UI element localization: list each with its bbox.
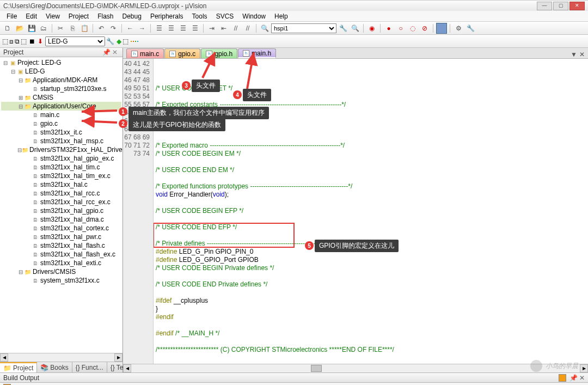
panel-pin-icon[interactable]: 📌 ✕	[101, 48, 119, 56]
tree-item[interactable]: 🗎stm32f1xx_it.c	[1, 128, 121, 137]
options-button[interactable]: 🔧	[465, 23, 476, 34]
menu-svcs[interactable]: SVCS	[212, 13, 238, 20]
build-button[interactable]: ⧈	[9, 38, 14, 45]
menu-help[interactable]: Help	[270, 13, 292, 20]
tree-item[interactable]: ⊟📁Application/User/Core	[1, 102, 121, 111]
breakpoint-enable[interactable]: ○	[395, 23, 406, 34]
sidebar-tab-books[interactable]: 📚Books	[37, 362, 72, 372]
breakpoint-disable[interactable]: ◌	[407, 23, 418, 34]
cut-button[interactable]: ✂	[55, 23, 66, 34]
back-button[interactable]: ←	[125, 23, 136, 34]
menu-view[interactable]: View	[41, 13, 64, 20]
tree-item[interactable]: 🗎stm32f1xx_hal_flash.c	[1, 241, 121, 250]
configure-button[interactable]: ⚙	[453, 23, 464, 34]
ehscroll-right[interactable]: ▶	[580, 364, 588, 372]
menu-peripherals[interactable]: Peripherals	[146, 13, 188, 20]
close-button[interactable]: ✕	[569, 2, 585, 10]
find-combo[interactable]: hspi1	[271, 23, 336, 33]
tb-yellow-1[interactable]	[131, 41, 132, 42]
sidebar-hscroll[interactable]: ◀ ▶	[0, 353, 122, 362]
project-tree[interactable]: ⊟▣Project: LED-G⊟▣LED-G⊟📁Application/MDK…	[0, 57, 122, 353]
tree-item[interactable]: 🗎stm32f1xx_hal_tim_ex.c	[1, 172, 121, 180]
ehscroll-left[interactable]: ◀	[123, 364, 131, 372]
uncomment-button[interactable]: //	[242, 23, 253, 34]
menu-debug[interactable]: Debug	[118, 13, 146, 20]
save-button[interactable]: 💾	[26, 23, 37, 34]
editor-hscroll[interactable]: ◀ ▶	[123, 364, 588, 372]
tree-item[interactable]: ⊞📁CMSIS	[1, 93, 121, 102]
incremental-find-button[interactable]: 🔍	[350, 23, 360, 34]
outdent-button[interactable]: ⇤	[218, 23, 229, 34]
tree-item[interactable]: ⊟📁Application/MDK-ARM	[1, 76, 121, 84]
tree-item[interactable]: 🗎stm32f1xx_hal_cortex.c	[1, 224, 121, 233]
tree-item[interactable]: 🗎stm32f1xx_hal_rcc_ex.c	[1, 198, 121, 206]
tree-item[interactable]: 🗎stm32f1xx_hal_rcc.c	[1, 189, 121, 198]
tree-item[interactable]: 🗎stm32f1xx_hal_flash_ex.c	[1, 250, 121, 259]
sidebar-tab-project[interactable]: 📁Project	[0, 362, 37, 372]
build-output-warning-icon[interactable]	[559, 374, 566, 382]
saveall-button[interactable]: 🗂	[38, 23, 49, 34]
tb-green-1[interactable]	[135, 41, 136, 42]
code-editor[interactable]: 40 41 42 43 44 45 46 47 48 49 50 51 52 5…	[123, 59, 588, 364]
menu-flash[interactable]: Flash	[93, 13, 118, 20]
hscroll-right[interactable]: ▶	[114, 353, 122, 362]
tree-item[interactable]: ⊟▣LED-G	[1, 67, 121, 76]
indent-button[interactable]: ⇥	[206, 23, 217, 34]
manage-rtenv-button[interactable]: ◆	[117, 38, 121, 45]
rebuild-button[interactable]: ⧉	[15, 38, 20, 45]
tree-item[interactable]: 🗎stm32f1xx_hal_pwr.c	[1, 233, 121, 241]
comment-button[interactable]: //	[230, 23, 241, 34]
bookmark-next-button[interactable]: ☰	[177, 23, 188, 34]
translate-button[interactable]: ⬚	[2, 38, 8, 45]
redo-button[interactable]: ↷	[108, 23, 119, 34]
tb-orange-1[interactable]	[133, 41, 134, 42]
tree-item[interactable]: 🗎gpio.c	[1, 119, 121, 128]
editor-tab-gpio-h[interactable]: hgpio.h	[201, 48, 237, 58]
target-options-button[interactable]: 🔧	[106, 38, 114, 45]
copy-button[interactable]: ⎘	[67, 23, 78, 34]
bookmark-prev-button[interactable]: ☰	[166, 23, 176, 34]
tree-item[interactable]: 🗎system_stm32f1xx.c	[1, 276, 121, 285]
find-button[interactable]: 🔧	[338, 23, 348, 34]
menu-edit[interactable]: Edit	[21, 13, 41, 20]
menu-tools[interactable]: Tools	[188, 13, 212, 20]
stop-build-button[interactable]: ⏹	[29, 38, 35, 45]
editor-tab-gpio-c[interactable]: hgpio.c	[164, 48, 200, 58]
tree-item[interactable]: 🗎stm32f1xx_hal_msp.c	[1, 137, 121, 145]
tree-item[interactable]: 🗎stm32f1xx_hal_exti.c	[1, 259, 121, 267]
find-in-files-button[interactable]: 🔍	[259, 23, 270, 34]
manage-proj-button[interactable]: ⬚	[122, 38, 128, 45]
maximize-button[interactable]: ▢	[553, 2, 568, 10]
tb-cyan-1[interactable]	[137, 41, 138, 42]
editor-tab-main-c[interactable]: hmain.c	[126, 48, 164, 58]
menu-window[interactable]: Window	[238, 13, 270, 20]
tree-item[interactable]: ⊟📁Drivers/STM32F1xx_HAL_Driver	[1, 145, 121, 154]
hscroll-left[interactable]: ◀	[0, 353, 8, 362]
menu-project[interactable]: Project	[64, 13, 93, 20]
tab-dropdown[interactable]: ▼	[571, 51, 577, 58]
download-button[interactable]: ⬇	[38, 38, 43, 45]
tree-item[interactable]: 🗎stm32f1xx_hal_dma.c	[1, 215, 121, 224]
tree-item[interactable]: 🗎stm32f1xx_hal_gpio_ex.c	[1, 154, 121, 163]
window-toggle[interactable]	[436, 23, 447, 34]
sidebar-tab-funct[interactable]: {}Funct...	[72, 362, 107, 372]
forward-button[interactable]: →	[137, 23, 148, 34]
minimize-button[interactable]: —	[537, 2, 552, 10]
open-button[interactable]: 📂	[14, 23, 25, 34]
debug-button[interactable]: ◉	[366, 23, 377, 34]
breakpoint-kill[interactable]: ⊘	[419, 23, 430, 34]
build-output-pin-icon[interactable]: 📌 ✕	[569, 374, 585, 382]
tree-item[interactable]: ⊟📁Drivers/CMSIS	[1, 267, 121, 276]
paste-button[interactable]: 📋	[79, 23, 90, 34]
bookmark-clear-button[interactable]: ☰	[189, 23, 200, 34]
tree-item[interactable]: 🗎stm32f1xx_hal_gpio.c	[1, 206, 121, 215]
tree-item[interactable]: 🗎main.c	[1, 111, 121, 119]
batch-build-button[interactable]: ⬚	[21, 38, 27, 45]
tree-item[interactable]: 🗎stm32f1xx_hal_tim.c	[1, 163, 121, 172]
tab-close[interactable]: ✕	[579, 51, 585, 58]
tree-item[interactable]: 🗎startup_stm32f103xe.s	[1, 84, 121, 93]
target-select[interactable]: LED-G	[45, 36, 105, 46]
new-button[interactable]: 🗋	[2, 23, 13, 34]
tree-item[interactable]: 🗎stm32f1xx_hal.c	[1, 180, 121, 189]
tree-item[interactable]: ⊟▣Project: LED-G	[1, 58, 121, 67]
